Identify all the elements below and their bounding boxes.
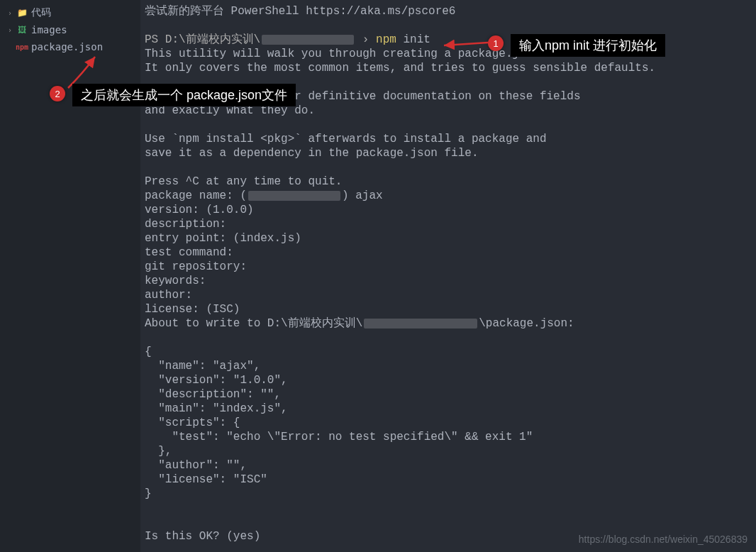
terminal-line: "version": "1.0.0", [145,373,756,387]
terminal-line: It only covers the most common items, an… [145,61,756,75]
terminal-line: license: (ISC) [145,302,756,316]
terminal-line: description: [145,217,756,231]
terminal-line: package name: () ajax [145,189,756,203]
terminal-line: }, [145,444,756,458]
tree-label: 代码 [31,6,51,19]
terminal-line: version: (1.0.0) [145,203,756,217]
annotation-callout: 输入npm init 进行初始化 [511,34,665,57]
redacted-text [364,319,477,329]
terminal-line: "scripts": { [145,416,756,430]
terminal-line: save it as a dependency in the package.j… [145,146,756,160]
terminal-line: Use `npm install <pkg>` afterwards to in… [145,132,756,146]
terminal-line [145,515,756,529]
terminal-line: Press ^C at any time to quit. [145,175,756,189]
tree-item-code-folder[interactable]: › 📁 代码 [0,4,140,21]
folder-icon: 📁 [16,8,28,18]
terminal-line: keywords: [145,274,756,288]
terminal-line: "test": "echo \"Error: no test specified… [145,430,756,444]
chevron-right-icon: › [4,9,16,17]
annotation-callout: 之后就会生成一个 package.json文件 [72,84,296,106]
watermark-text: https://blog.csdn.net/weixin_45026839 [579,532,747,546]
chevron-right-icon: › [4,26,16,34]
terminal-line: { [145,345,756,359]
terminal-line: About to write to D:\前端校内实训\\package.jso… [145,316,756,331]
terminal-line [145,501,756,515]
tree-label: package.json [31,41,103,53]
terminal-line: "name": "ajax", [145,359,756,373]
tree-label: images [31,24,67,35]
terminal-line: "license": "ISC" [145,473,756,487]
terminal-line: "author": "", [145,458,756,473]
terminal-line [145,160,756,175]
terminal-line: 尝试新的跨平台 PowerShell https://aka.ms/pscore… [145,4,756,18]
terminal-line [145,118,756,132]
tree-item-images-folder[interactable]: › 🖼 images [0,21,140,38]
terminal-panel[interactable]: 尝试新的跨平台 PowerShell https://aka.ms/pscore… [140,0,756,552]
annotation-arrow-icon [438,30,495,51]
redacted-text [262,35,354,45]
terminal-line: } [145,487,756,501]
terminal-line: entry point: (index.js) [145,231,756,245]
svg-line-0 [444,43,488,45]
terminal-line: author: [145,288,756,302]
npm-file-icon: npm [16,43,28,51]
terminal-line: git repository: [145,260,756,274]
redacted-text [248,191,340,201]
terminal-line: test command: [145,245,756,260]
terminal-line [145,331,756,345]
terminal-line: "main": "index.js", [145,402,756,416]
terminal-line: "description": "", [145,387,756,402]
image-folder-icon: 🖼 [16,25,28,35]
